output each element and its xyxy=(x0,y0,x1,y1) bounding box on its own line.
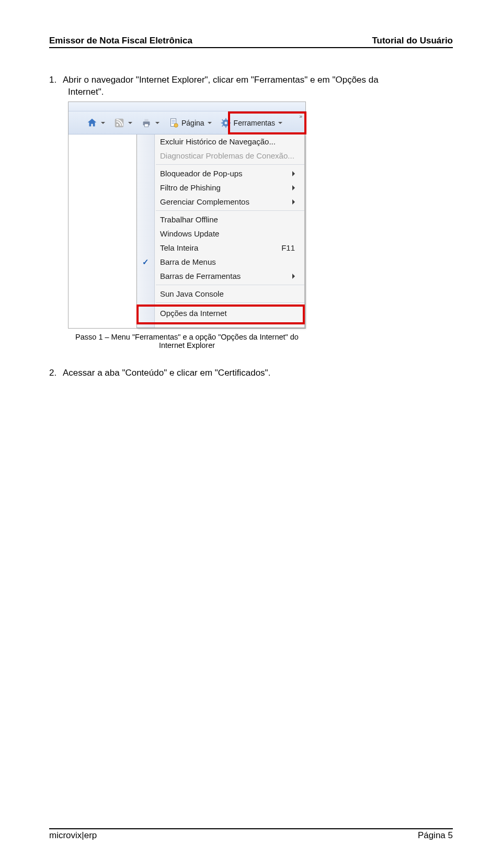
menu-separator xyxy=(156,210,304,211)
submenu-arrow-icon xyxy=(292,171,295,176)
chevron-down-icon xyxy=(155,122,159,124)
menu-item-label: Filtro de Phishing xyxy=(160,183,221,192)
rss-icon xyxy=(113,117,125,129)
footer-right: Página 5 xyxy=(418,830,453,841)
tools-dropdown-menu: Excluir Histórico de Navegação... Diagno… xyxy=(136,134,305,328)
menu-item-label: Tela Inteira xyxy=(160,243,198,252)
svg-rect-14 xyxy=(221,122,222,123)
menu-item-manage-addons[interactable]: Gerenciar Complementos xyxy=(137,195,304,209)
step-2-text: Acessar a aba "Conteúdo" e clicar em "Ce… xyxy=(63,366,453,380)
footer-line xyxy=(49,828,453,829)
menu-item-diagnose: Diagnosticar Problemas de Conexão... xyxy=(137,149,304,163)
menu-item-windows-update[interactable]: Windows Update xyxy=(137,227,304,241)
menu-item-label: Gerenciar Complementos xyxy=(160,197,249,206)
menu-item-java-console[interactable]: Sun Java Console xyxy=(137,287,304,301)
submenu-arrow-icon xyxy=(292,199,295,205)
ie-titlebar-strip xyxy=(69,102,305,111)
step-1-number: 1. xyxy=(49,73,60,87)
menu-item-clear-history[interactable]: Excluir Histórico de Navegação... xyxy=(137,134,304,149)
home-icon xyxy=(86,117,98,129)
menu-separator xyxy=(156,302,304,303)
home-button[interactable] xyxy=(83,115,108,131)
figure-1: » xyxy=(68,102,306,350)
svg-rect-13 xyxy=(225,126,226,128)
menu-item-internet-options-wrap: Opções da Internet xyxy=(137,305,304,324)
figure-1-caption: Passo 1 – Menu "Ferramentas" e a opção "… xyxy=(68,333,306,350)
menu-item-label: Barra de Menus xyxy=(160,257,216,266)
step-2-paragraph: 2. Acessar a aba "Conteúdo" e clicar em … xyxy=(49,366,453,380)
check-icon: ✓ xyxy=(142,257,149,267)
footer-row: microvix|erp Página 5 xyxy=(49,830,453,841)
menu-item-phishing-filter[interactable]: Filtro de Phishing xyxy=(137,181,304,195)
page-header: Emissor de Nota Fiscal Eletrônica Tutori… xyxy=(49,36,453,46)
footer-left: microvix|erp xyxy=(49,830,97,841)
menu-item-label: Opções da Internet xyxy=(160,309,227,318)
svg-rect-3 xyxy=(144,119,148,122)
svg-point-11 xyxy=(224,121,227,124)
document-page: Emissor de Nota Fiscal Eletrônica Tutori… xyxy=(0,0,502,868)
header-title-left: Emissor de Nota Fiscal Eletrônica xyxy=(49,36,192,46)
step-1-paragraph: 1. Abrir o navegador "Internet Explorer"… xyxy=(49,73,453,87)
menu-item-label: Trabalhar Offline xyxy=(160,215,218,224)
menu-item-label: Bloqueador de Pop-ups xyxy=(160,169,243,178)
svg-rect-7 xyxy=(172,121,175,122)
feeds-button[interactable] xyxy=(110,115,135,131)
svg-rect-8 xyxy=(172,123,175,123)
svg-point-1 xyxy=(117,124,119,126)
menu-item-menu-bar[interactable]: ✓ Barra de Menus xyxy=(137,255,304,269)
svg-rect-4 xyxy=(144,124,148,127)
chevron-down-icon xyxy=(128,122,132,124)
step-1-text-line2: Internet". xyxy=(68,87,453,97)
menu-item-internet-options[interactable]: Opções da Internet xyxy=(137,305,304,320)
menu-item-work-offline[interactable]: Trabalhar Offline xyxy=(137,212,304,227)
header-underline xyxy=(49,47,453,48)
page-footer: microvix|erp Página 5 xyxy=(49,828,453,841)
menu-item-label: Barras de Ferramentas xyxy=(160,272,241,280)
print-icon xyxy=(141,117,152,129)
menu-bottom-pad xyxy=(137,324,304,328)
menu-separator xyxy=(156,164,304,165)
header-title-right: Tutorial do Usuário xyxy=(372,36,453,46)
menu-item-toolbars[interactable]: Barras de Ferramentas xyxy=(137,269,304,283)
step-2-number: 2. xyxy=(49,366,60,380)
menu-item-fullscreen[interactable]: Tela Inteira F11 xyxy=(137,241,304,255)
menu-item-label: Sun Java Console xyxy=(160,289,224,298)
menu-item-shortcut: F11 xyxy=(281,243,295,252)
chevron-down-icon xyxy=(208,122,212,124)
page-menu-button[interactable]: Página xyxy=(165,115,215,131)
step-1-text-line1: Abrir o navegador "Internet Explorer", c… xyxy=(63,73,453,87)
menu-separator xyxy=(156,285,304,285)
menu-item-label: Excluir Histórico de Navegação... xyxy=(160,137,276,146)
svg-rect-6 xyxy=(172,120,175,120)
submenu-arrow-icon xyxy=(292,185,295,190)
menu-item-label: Diagnosticar Problemas de Conexão... xyxy=(160,151,294,160)
chevron-down-icon xyxy=(101,122,105,124)
highlight-box-ferramentas xyxy=(228,111,306,134)
print-button[interactable] xyxy=(138,115,163,131)
menu-item-popup-blocker[interactable]: Bloqueador de Pop-ups xyxy=(137,166,304,181)
page-menu-label: Página xyxy=(181,119,204,127)
svg-point-9 xyxy=(174,123,178,127)
ie-command-bar: » xyxy=(69,111,305,134)
page-icon xyxy=(168,117,179,129)
ie-window-frame: » xyxy=(68,102,306,329)
submenu-arrow-icon xyxy=(292,274,295,279)
menu-item-label: Windows Update xyxy=(160,229,219,238)
svg-rect-12 xyxy=(225,118,226,120)
